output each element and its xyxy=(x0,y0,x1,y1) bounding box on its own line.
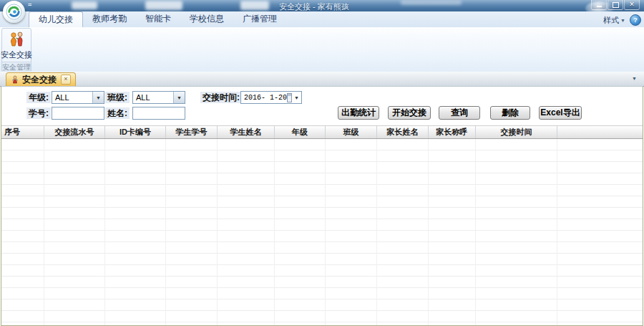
ribbon-tabs: 幼儿交接 教师考勤 智能卡 学校信息 广播管理 xyxy=(29,11,286,27)
attendance-stats-button[interactable]: 出勤统计 xyxy=(338,106,379,120)
table-column-lines xyxy=(105,139,166,325)
tab-overflow-icon[interactable]: ▼ xyxy=(632,76,637,81)
safe-handover-button-label: 安全交接 xyxy=(1,49,32,60)
group-label-security: 安全管理 xyxy=(2,62,31,72)
titlebar-glare xyxy=(401,0,462,5)
doc-tab-safe-handover[interactable]: 安全交接 × xyxy=(6,72,76,86)
tab-label: 智能卡 xyxy=(145,14,171,24)
minimize-icon xyxy=(597,6,602,7)
ribbon-content: 安全交接 安全管理 xyxy=(0,27,644,72)
window-title: 安全交接 - 家有熊孩 xyxy=(279,1,349,12)
window-controls: ✕ xyxy=(590,0,640,10)
tab-teacher-attendance[interactable]: 教师考勤 xyxy=(83,11,136,27)
column-header-grade[interactable]: 年级 xyxy=(275,126,326,138)
table-column-lines xyxy=(326,139,377,325)
table-column-lines xyxy=(166,139,218,325)
class-select-value: ALL xyxy=(133,92,173,103)
table-column-lines xyxy=(1,139,44,325)
close-button[interactable]: ✕ xyxy=(624,0,640,10)
table-body-empty xyxy=(1,139,643,325)
handover-time-label: 交接时间: xyxy=(200,92,242,103)
handover-date-picker[interactable]: 2016- 1-20 ▼ xyxy=(240,91,302,104)
titlebar: = 安全交接 - 家有熊孩 ✕ xyxy=(0,0,644,11)
quick-access-blur xyxy=(72,1,97,9)
ribbon-tab-bar: 幼儿交接 教师考勤 智能卡 学校信息 广播管理 样式 ▼ ? xyxy=(0,11,644,27)
tab-broadcast[interactable]: 广播管理 xyxy=(233,11,286,27)
student-name-label: 姓名: xyxy=(105,107,130,119)
close-icon: ✕ xyxy=(629,1,635,8)
app-logo-button[interactable] xyxy=(3,1,25,23)
column-header-student-name[interactable]: 学生姓名 xyxy=(218,126,275,138)
minimize-button[interactable] xyxy=(591,0,607,10)
table-column-lines xyxy=(275,139,326,325)
grade-select-value: ALL xyxy=(52,92,92,103)
tab-child-handover[interactable]: 幼儿交接 xyxy=(29,11,83,27)
children-icon xyxy=(7,30,26,49)
app-logo-icon xyxy=(6,4,22,20)
calendar-icon[interactable] xyxy=(287,93,292,102)
excel-export-button[interactable]: Excel导出 xyxy=(539,106,582,120)
safe-handover-panel: 年级: ALL ▼ 班级: ALL ▼ 交接时间: 2016- 1-20 ▼ 学… xyxy=(1,86,643,326)
handover-tab-icon xyxy=(11,75,19,85)
table-column-lines xyxy=(218,139,275,325)
column-header-handover-time[interactable]: 交接时间 xyxy=(476,126,557,138)
grade-select[interactable]: ALL ▼ xyxy=(52,91,104,104)
maximize-icon xyxy=(613,2,619,8)
tab-close-icon[interactable]: × xyxy=(61,75,71,85)
table-column-lines xyxy=(476,139,557,325)
student-name-input[interactable] xyxy=(132,107,185,120)
maximize-button[interactable] xyxy=(608,0,623,10)
handover-table: 序号 交接流水号 ID卡编号 学生学号 学生姓名 年级 班级 家长姓名 家长称呼… xyxy=(1,125,643,325)
column-header-class[interactable]: 班级 xyxy=(326,126,377,138)
table-column-lines xyxy=(377,139,429,325)
quick-access-blur xyxy=(145,1,182,10)
document-tab-bar: 安全交接 × ▼ xyxy=(0,72,644,87)
query-button[interactable]: 查询 xyxy=(439,106,480,120)
column-header-filler xyxy=(557,126,643,138)
app-window: = 安全交接 - 家有熊孩 ✕ 幼儿交接 教师考勤 智能卡 学校信息 广播管理 … xyxy=(0,0,644,326)
table-header: 序号 交接流水号 ID卡编号 学生学号 学生姓名 年级 班级 家长姓名 家长称呼… xyxy=(1,125,643,139)
help-icon[interactable]: ? xyxy=(630,14,641,26)
tab-label: 教师考勤 xyxy=(92,14,127,24)
handover-date-value: 2016- 1-20 xyxy=(241,94,287,102)
grade-label: 年级: xyxy=(26,92,51,103)
class-label: 班级: xyxy=(105,92,130,103)
tab-label: 学校信息 xyxy=(190,14,224,24)
column-header-id-card[interactable]: ID卡编号 xyxy=(105,126,166,138)
doc-tab-label: 安全交接 xyxy=(22,74,57,86)
date-dropdown-arrow-icon[interactable]: ▼ xyxy=(294,95,299,100)
table-column-lines xyxy=(557,139,643,325)
ribbon-group-security: 安全交接 安全管理 xyxy=(1,28,31,72)
style-menu[interactable]: 样式 xyxy=(603,15,619,26)
class-select[interactable]: ALL ▼ xyxy=(132,91,185,104)
dropdown-arrow-icon[interactable]: ▼ xyxy=(173,92,185,103)
column-header-handover-serial[interactable]: 交接流水号 xyxy=(44,126,105,138)
table-column-lines xyxy=(44,139,105,325)
start-handover-button[interactable]: 开始交接 xyxy=(388,106,431,120)
student-number-label: 学号: xyxy=(26,107,51,119)
column-header-index[interactable]: 序号 xyxy=(1,126,44,138)
quick-access-toggle-icon[interactable]: = xyxy=(28,1,31,9)
quick-access-blur xyxy=(240,1,269,10)
table-column-lines xyxy=(429,139,476,325)
tab-label: 广播管理 xyxy=(243,14,277,24)
column-header-student-number[interactable]: 学生学号 xyxy=(166,126,218,138)
style-dropdown-arrow-icon[interactable]: ▼ xyxy=(620,18,625,23)
tab-school-info[interactable]: 学校信息 xyxy=(180,11,233,27)
dropdown-arrow-icon[interactable]: ▼ xyxy=(92,92,104,103)
filter-section: 年级: ALL ▼ 班级: ALL ▼ 交接时间: 2016- 1-20 ▼ 学… xyxy=(1,87,643,126)
column-header-parent-title[interactable]: 家长称呼 xyxy=(429,126,476,138)
student-number-input[interactable] xyxy=(52,107,104,120)
safe-handover-button[interactable]: 安全交接 xyxy=(2,29,31,62)
delete-button[interactable]: 删除 xyxy=(490,106,530,120)
tab-smart-card[interactable]: 智能卡 xyxy=(136,11,180,27)
tab-label: 幼儿交接 xyxy=(39,14,73,24)
column-header-parent-name[interactable]: 家长姓名 xyxy=(377,126,429,138)
